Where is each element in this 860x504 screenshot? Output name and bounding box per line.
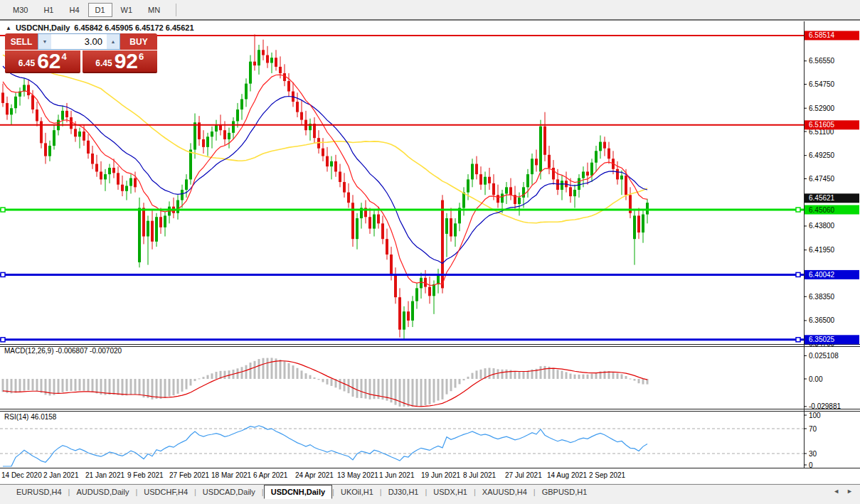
tab-gbpusd-h1[interactable]: GBPUSD,H1	[536, 486, 594, 498]
tab-usdcnh-daily[interactable]: USDCNH,Daily	[264, 485, 332, 499]
tabs-scroll-right-icon[interactable]: ►	[846, 488, 853, 495]
svg-text:6.38350: 6.38350	[809, 293, 835, 301]
chart-ohlc-values: 6.45842 6.45905 6.45172 6.45621	[74, 23, 193, 32]
toolbar-separator	[176, 4, 176, 16]
timeframe-button-MN[interactable]: MN	[141, 3, 167, 17]
svg-text:6.51605: 6.51605	[809, 121, 835, 129]
sell-price-button[interactable]: 6.45 62 4	[5, 50, 80, 73]
svg-text:6.36500: 6.36500	[809, 316, 835, 324]
macd-indicator-label: MACD(12,26,9) -0.006807 -0.007020	[4, 347, 122, 355]
hline-handle	[1, 338, 5, 342]
tab-dj30-h1[interactable]: DJ30,H1	[382, 486, 425, 498]
date-label: 27 Jul 2021	[505, 471, 542, 479]
svg-text:6.35025: 6.35025	[809, 336, 835, 343]
tab-xauusd-h4[interactable]: XAUUSD,H4	[476, 486, 533, 498]
timeframe-toolbar: M30H1H4D1W1MN	[0, 0, 860, 19]
svg-text:6.40042: 6.40042	[809, 271, 835, 279]
volume-decrease-icon[interactable]: ▼	[38, 34, 51, 49]
svg-text:6.54750: 6.54750	[809, 80, 835, 88]
hline-handle	[1, 208, 5, 212]
svg-text:6.43800: 6.43800	[809, 222, 835, 230]
svg-text:6.52900: 6.52900	[809, 104, 835, 112]
svg-text:100: 100	[809, 412, 821, 419]
chart-header: ▲ USDCNH,Daily 6.45842 6.45905 6.45172 6…	[6, 23, 194, 32]
date-label: 8 Jul 2021	[463, 471, 497, 479]
timeframe-button-M30[interactable]: M30	[6, 3, 35, 17]
date-label: 27 Feb 2021	[169, 471, 210, 479]
date-label: 24 Apr 2021	[295, 471, 334, 479]
tab-ukoil-h1[interactable]: UKOil,H1	[334, 486, 380, 498]
hline-handle	[1, 272, 5, 277]
svg-text:6.45621: 6.45621	[809, 194, 835, 202]
buy-button[interactable]: BUY	[120, 33, 157, 50]
svg-text:6.58514: 6.58514	[809, 31, 835, 39]
date-label: 18 Mar 2021	[211, 471, 252, 479]
sell-price-prefix: 6.45	[18, 58, 35, 68]
date-label: 13 May 2021	[337, 471, 378, 479]
timeframe-button-W1[interactable]: W1	[114, 3, 140, 17]
hline-handle	[796, 338, 800, 342]
date-label: 14 Aug 2021	[547, 471, 588, 479]
svg-text:6.56550: 6.56550	[809, 57, 835, 65]
hline-handle	[796, 208, 800, 212]
svg-text:70: 70	[809, 425, 817, 433]
date-label: 2 Sep 2021	[589, 471, 626, 479]
date-label: 19 Jun 2021	[421, 471, 460, 479]
sell-price-big: 62	[37, 51, 60, 71]
tab-usdcad-daily[interactable]: USDCAD,Daily	[196, 486, 262, 498]
svg-text:0: 0	[809, 461, 813, 469]
timeframe-button-D1[interactable]: D1	[88, 3, 112, 17]
one-click-trade-panel: SELL ▼ ▲ BUY 6.45 62 4 6.45 92 6	[5, 33, 157, 73]
date-label: 6 Apr 2021	[253, 471, 288, 479]
date-label: 2 Jan 2021	[43, 471, 79, 479]
date-label: 1 Jun 2021	[379, 471, 415, 479]
buy-price-prefix: 6.45	[95, 58, 112, 68]
timeframe-button-H4[interactable]: H4	[62, 3, 86, 17]
timeframe-button-H1[interactable]: H1	[36, 3, 60, 17]
rsi-indicator-label: RSI(14) 46.0158	[4, 413, 57, 421]
tab-usdchf-h4[interactable]: USDCHF,H4	[137, 486, 194, 498]
volume-input[interactable]	[51, 34, 107, 49]
svg-text:30: 30	[809, 450, 817, 458]
volume-stepper: ▼ ▲	[38, 33, 120, 50]
tab-audusd-daily[interactable]: AUDUSD,Daily	[70, 486, 135, 498]
svg-text:6.45060: 6.45060	[809, 206, 835, 214]
svg-text:0.025108: 0.025108	[809, 352, 839, 360]
hline-handle	[796, 272, 800, 277]
chart-symbol-title: USDCNH,Daily	[16, 23, 70, 32]
svg-text:0.00: 0.00	[809, 375, 823, 383]
svg-text:6.41950: 6.41950	[809, 246, 835, 254]
buy-price-button[interactable]: 6.45 92 6	[83, 50, 158, 73]
tabs-scroll-left-icon[interactable]: ◄	[833, 488, 839, 495]
date-label: 9 Feb 2021	[127, 471, 164, 479]
sell-price-sup: 4	[62, 51, 67, 62]
svg-text:6.47450: 6.47450	[809, 175, 835, 183]
sell-button[interactable]: SELL	[5, 33, 38, 50]
chart-tab-bar: EURUSD,H4|AUDUSD,Daily|USDCHF,H4|USDCAD,…	[0, 484, 860, 504]
chart-canvas: 6.565506.547506.529006.511006.492506.474…	[0, 21, 860, 483]
date-label: 14 Dec 2020	[1, 471, 42, 479]
svg-text:-0.029881: -0.029881	[809, 402, 841, 410]
tab-usdx-h1[interactable]: USDX,H1	[427, 486, 474, 498]
volume-increase-icon[interactable]: ▲	[107, 34, 120, 49]
svg-text:6.49250: 6.49250	[809, 151, 835, 159]
date-label: 21 Jan 2021	[85, 471, 124, 479]
tab-eurusd-h4[interactable]: EURUSD,H4	[10, 486, 68, 498]
buy-price-big: 92	[115, 51, 138, 71]
buy-price-sup: 6	[139, 51, 144, 62]
collapse-chart-icon[interactable]: ▲	[6, 25, 11, 31]
